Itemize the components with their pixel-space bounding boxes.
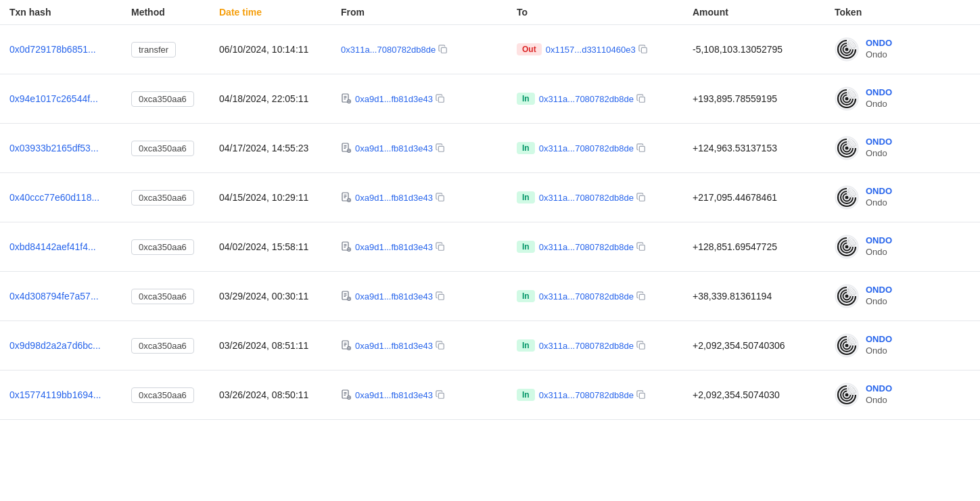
copy-icon[interactable] [436, 242, 445, 252]
amount-cell: +128,851.69547725 [683, 222, 825, 272]
to-cell: In 0x311a...7080782db8de [507, 173, 683, 222]
table-row: 0x03933b2165df53... 0xca350aa6 04/17/202… [0, 124, 980, 173]
direction-badge: In [517, 290, 535, 302]
amount-cell: +2,092,354.50740306 [683, 321, 825, 371]
contract-icon [341, 192, 352, 203]
table-row: 0x4d308794fe7a57... 0xca350aa6 03/29/202… [0, 272, 980, 321]
from-address-link[interactable]: 0xa9d1...fb81d3e43 [355, 390, 433, 400]
from-cell: 0xa9d1...fb81d3e43 [331, 371, 507, 420]
method-cell: 0xca350aa6 [122, 222, 210, 272]
token-name-top[interactable]: ONDO [866, 137, 892, 148]
to-address-link[interactable]: 0x311a...7080782db8de [539, 242, 634, 252]
method-badge: 0xca350aa6 [131, 141, 194, 156]
method-cell: 0xca350aa6 [122, 74, 210, 124]
contract-icon [341, 93, 352, 104]
copy-icon[interactable] [636, 94, 646, 103]
direction-badge: Out [517, 43, 542, 55]
table-row: 0x94e1017c26544f... 0xca350aa6 04/18/202… [0, 74, 980, 124]
method-cell: 0xca350aa6 [122, 124, 210, 173]
datetime-cell: 03/29/2024, 00:30:11 [210, 272, 331, 321]
svg-rect-84 [438, 343, 444, 349]
datetime-value: 04/17/2024, 14:55:23 [219, 143, 308, 153]
copy-icon[interactable] [436, 193, 445, 202]
copy-icon[interactable] [636, 242, 646, 252]
txn-hash-link[interactable]: 0x03933b2165df53... [9, 143, 99, 153]
ondo-token-icon [835, 383, 859, 407]
copy-icon[interactable] [436, 390, 445, 400]
to-address-link[interactable]: 0x311a...7080782db8de [539, 341, 634, 351]
col-date-time[interactable]: Date time [210, 0, 331, 25]
method-badge: 0xca350aa6 [131, 338, 194, 354]
txn-hash-cell: 0x9d98d2a2a7d6bc... [0, 321, 122, 371]
copy-icon[interactable] [436, 94, 445, 103]
copy-icon[interactable] [638, 45, 648, 54]
token-name-top[interactable]: ONDO [866, 235, 892, 247]
to-address-link[interactable]: 0x311a...7080782db8de [539, 291, 634, 302]
amount-value: +193,895.78559195 [693, 93, 777, 104]
to-address-link[interactable]: 0x1157...d33110460e3 [546, 45, 636, 55]
token-name-top[interactable]: ONDO [866, 383, 892, 395]
ondo-token-icon [835, 185, 859, 210]
from-address-link[interactable]: 0xa9d1...fb81d3e43 [355, 291, 433, 302]
to-cell: In 0x311a...7080782db8de [507, 321, 683, 371]
to-cell: In 0x311a...7080782db8de [507, 371, 683, 420]
txn-hash-cell: 0x40ccc77e60d118... [0, 173, 122, 222]
to-address-link[interactable]: 0x311a...7080782db8de [539, 143, 634, 153]
txn-hash-link[interactable]: 0x4d308794fe7a57... [9, 291, 99, 302]
ondo-token-icon [835, 284, 859, 308]
col-method: Method [122, 0, 210, 25]
token-name-top[interactable]: ONDO [866, 38, 892, 49]
from-address-link[interactable]: 0xa9d1...fb81d3e43 [355, 242, 433, 252]
svg-rect-14 [438, 97, 444, 102]
from-address-link[interactable]: 0xa9d1...fb81d3e43 [355, 94, 433, 104]
copy-icon[interactable] [636, 390, 646, 400]
token-name-top[interactable]: ONDO [866, 186, 892, 197]
token-cell: ONDO Ondo [825, 74, 980, 124]
token-name-top[interactable]: ONDO [866, 87, 892, 99]
copy-icon[interactable] [636, 143, 646, 153]
contract-icon [341, 291, 352, 302]
from-address-link[interactable]: 0xa9d1...fb81d3e43 [355, 341, 433, 351]
svg-rect-70 [438, 294, 444, 300]
transactions-table: Txn hash Method Date time From To Amount… [0, 0, 980, 420]
txn-hash-link[interactable]: 0xbd84142aef41f4... [9, 241, 96, 252]
svg-rect-56 [438, 245, 444, 250]
txn-hash-link[interactable]: 0x94e1017c26544f... [9, 93, 98, 104]
svg-point-76 [845, 295, 849, 298]
to-address-link[interactable]: 0x311a...7080782db8de [539, 193, 634, 203]
method-cell: 0xca350aa6 [122, 371, 210, 420]
to-address-link[interactable]: 0x311a...7080782db8de [539, 94, 634, 104]
from-address-link[interactable]: 0xa9d1...fb81d3e43 [355, 193, 433, 203]
copy-icon[interactable] [438, 45, 448, 54]
table-header: Txn hash Method Date time From To Amount… [0, 0, 980, 25]
method-badge: 0xca350aa6 [131, 239, 194, 255]
datetime-cell: 04/02/2024, 15:58:11 [210, 222, 331, 272]
txn-hash-cell: 0x03933b2165df53... [0, 124, 122, 173]
txn-hash-link[interactable]: 0x15774119bb1694... [9, 389, 101, 400]
from-cell: 0x311a...7080782db8de [331, 25, 507, 74]
amount-value: +128,851.69547725 [693, 241, 777, 252]
copy-icon[interactable] [636, 193, 646, 202]
token-name-top[interactable]: ONDO [866, 285, 892, 296]
txn-hash-link[interactable]: 0x40ccc77e60d118... [9, 192, 99, 203]
copy-icon[interactable] [436, 291, 445, 301]
txn-hash-cell: 0x0d729178b6851... [0, 25, 122, 74]
svg-point-34 [845, 147, 849, 150]
from-address-link[interactable]: 0x311a...7080782db8de [341, 45, 436, 55]
datetime-value: 03/29/2024, 00:30:11 [219, 291, 308, 302]
token-name-bottom: Ondo [866, 395, 892, 406]
txn-hash-link[interactable]: 0x0d729178b6851... [9, 44, 96, 55]
from-cell: 0xa9d1...fb81d3e43 [331, 74, 507, 124]
from-address-link[interactable]: 0xa9d1...fb81d3e43 [355, 143, 433, 153]
method-cell: 0xca350aa6 [122, 321, 210, 371]
method-cell: 0xca350aa6 [122, 272, 210, 321]
copy-icon[interactable] [636, 341, 646, 350]
txn-hash-link[interactable]: 0x9d98d2a2a7d6bc... [9, 340, 101, 351]
token-cell: ONDO Ondo [825, 173, 980, 222]
to-address-link[interactable]: 0x311a...7080782db8de [539, 390, 634, 400]
copy-icon[interactable] [436, 341, 445, 350]
to-cell: In 0x311a...7080782db8de [507, 222, 683, 272]
copy-icon[interactable] [636, 291, 646, 301]
token-name-top[interactable]: ONDO [866, 334, 892, 345]
copy-icon[interactable] [436, 143, 445, 153]
